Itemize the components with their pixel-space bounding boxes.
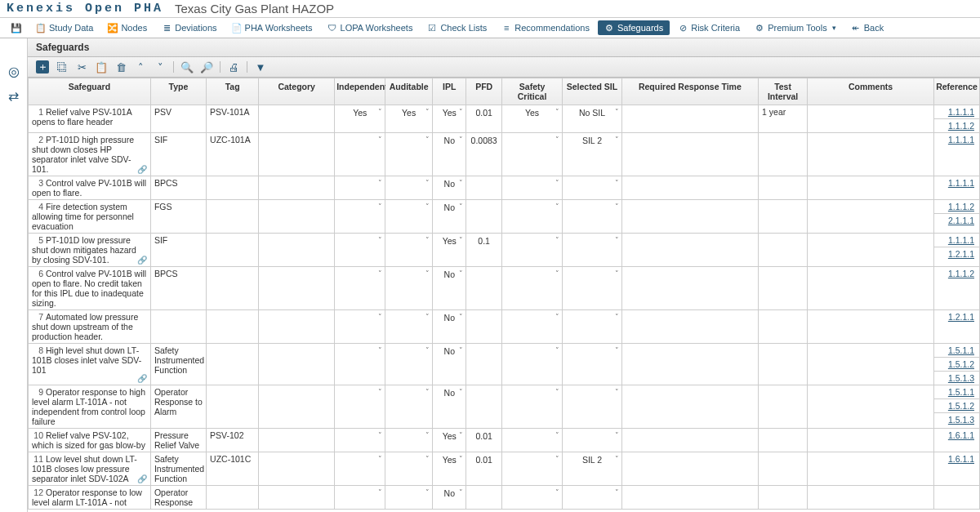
nav-back[interactable]: ↞Back [844,20,890,35]
reference-link[interactable]: 1.5.1.1 [934,385,979,399]
table-row[interactable]: 4Fire detection system allowing time for… [29,200,980,234]
col-category[interactable]: Category [259,78,335,105]
add-icon[interactable]: ＋ [36,60,49,73]
nav-recommendations[interactable]: ≡Recommendations [495,20,596,35]
cell-sil[interactable] [563,344,621,385]
cell-ipl[interactable]: No [433,176,466,200]
cell-aud[interactable]: Yes [385,105,433,133]
cell-ipl[interactable]: No [433,133,466,176]
col-required-response-time[interactable]: Required Response Time [621,78,758,105]
table-row[interactable]: 11Low level shut down LT-101B closes low… [29,452,980,486]
table-row[interactable]: 9Operator response to high level alarm L… [29,385,980,429]
cell-aud[interactable] [385,385,433,429]
table-row[interactable]: 3Control valve PV-101B will open to flar… [29,176,980,200]
col-comments[interactable]: Comments [808,78,934,105]
filter-icon[interactable]: ▼ [254,60,267,73]
cell-aud[interactable] [385,344,433,385]
link-icon[interactable]: 🔗 [137,374,147,383]
cell-sil[interactable] [563,267,621,310]
cell-aud[interactable] [385,133,433,176]
nav-safeguards[interactable]: ⚙Safeguards [598,20,670,35]
cell-aud[interactable] [385,452,433,486]
link-icon[interactable]: 🔗 [137,474,147,483]
cell-sil[interactable] [563,234,621,267]
reference-link[interactable]: 1.5.1.1 [934,344,979,358]
cell-ind[interactable] [335,200,385,234]
cell-ind[interactable] [335,133,385,176]
col-safeguard[interactable]: Safeguard [29,78,151,105]
table-row[interactable]: 10Relief valve PSV-102, which is sized f… [29,429,980,452]
cell-sc[interactable] [501,176,562,200]
reference-link[interactable]: 1.5.1.3 [934,372,979,385]
cell-sc[interactable] [501,267,562,310]
cell-aud[interactable] [385,200,433,234]
cell-ipl[interactable]: Yes [433,429,466,452]
col-reference[interactable]: Reference [934,78,980,105]
cell-ipl[interactable]: Yes [433,105,466,133]
cell-sil[interactable] [563,310,621,344]
nav-premium-tools[interactable]: ⚙Premium Tools [748,20,843,35]
cell-ipl[interactable]: No [433,344,466,385]
reference-link[interactable]: 1.5.1.3 [934,413,979,426]
col-type[interactable]: Type [150,78,206,105]
col-pfd[interactable]: PFD [466,78,501,105]
reference-link[interactable]: 1.1.1.1 [934,176,979,189]
col-independent[interactable]: Independent [335,78,385,105]
print-icon[interactable]: 🖨 [227,60,240,73]
cell-sil[interactable]: SIL 2 [563,133,621,176]
reference-link[interactable]: 1.6.1.1 [934,452,979,465]
cell-ipl[interactable]: Yes [433,234,466,267]
nav-check-lists[interactable]: ☑Check Lists [421,20,493,35]
cell-ipl[interactable]: No [433,310,466,344]
reference-link[interactable]: 1.2.1.1 [934,310,979,323]
cell-aud[interactable] [385,486,433,510]
cell-sc[interactable] [501,234,562,267]
table-row[interactable]: 7Automated low pressure shut down upstre… [29,310,980,344]
zoom-out-icon[interactable]: 🔎 [200,60,213,73]
cell-aud[interactable] [385,234,433,267]
zoom-in-icon[interactable]: 🔍 [180,60,194,73]
table-row[interactable]: 12Operator response to low level alarm L… [29,486,980,510]
cell-sc[interactable]: Yes [501,105,562,133]
reference-link[interactable]: 1.1.1.1 [934,105,979,119]
target-icon[interactable]: ◎ [6,63,22,79]
nav-pha-worksheets[interactable]: 📄PHA Worksheets [225,20,319,35]
reference-link[interactable]: 1.1.1.2 [934,267,979,280]
reference-link[interactable]: 1.1.1.1 [934,234,979,247]
reference-link[interactable]: 2.1.1.1 [934,214,979,227]
cell-sc[interactable] [501,385,562,429]
cell-sc[interactable] [501,133,562,176]
table-row[interactable]: 6Control valve PV-101B will open to flar… [29,267,980,310]
cell-aud[interactable] [385,176,433,200]
col-test-interval[interactable]: Test Interval [759,78,808,105]
cell-ipl[interactable]: No [433,385,466,429]
table-row[interactable]: 2PT-101D high pressure shut down closes … [29,133,980,176]
col-auditable[interactable]: Auditable [385,78,433,105]
delete-icon[interactable]: 🗑 [114,60,127,73]
cell-sc[interactable] [501,310,562,344]
table-row[interactable]: 5PT-101D low pressure shut down mitigate… [29,234,980,267]
cell-sc[interactable] [501,200,562,234]
reference-link[interactable]: 1.5.1.2 [934,358,979,372]
move-up-icon[interactable]: ˄ [134,60,147,73]
col-selected-sil[interactable]: Selected SIL [563,78,621,105]
link-icon[interactable]: 🔗 [137,256,147,265]
cell-sil[interactable]: SIL 2 [563,452,621,486]
cell-sil[interactable] [563,200,621,234]
col-ipl[interactable]: IPL [433,78,466,105]
reference-link[interactable]: 1.1.1.2 [934,200,979,214]
cell-aud[interactable] [385,310,433,344]
cell-sc[interactable] [501,452,562,486]
nav-risk-criteria[interactable]: ⊘Risk Criteria [671,20,746,35]
cell-ind[interactable] [335,234,385,267]
nav-study-data[interactable]: 📋Study Data [29,20,100,35]
cell-sil[interactable]: No SIL [563,105,621,133]
swap-icon[interactable]: ⇄ [6,87,22,104]
cell-ind[interactable] [335,267,385,310]
cell-ind[interactable] [335,385,385,429]
col-tag[interactable]: Tag [207,78,259,105]
cell-sil[interactable] [563,486,621,510]
reference-link[interactable]: 1.6.1.1 [934,429,979,442]
cell-ind[interactable] [335,486,385,510]
cell-ind[interactable] [335,452,385,486]
